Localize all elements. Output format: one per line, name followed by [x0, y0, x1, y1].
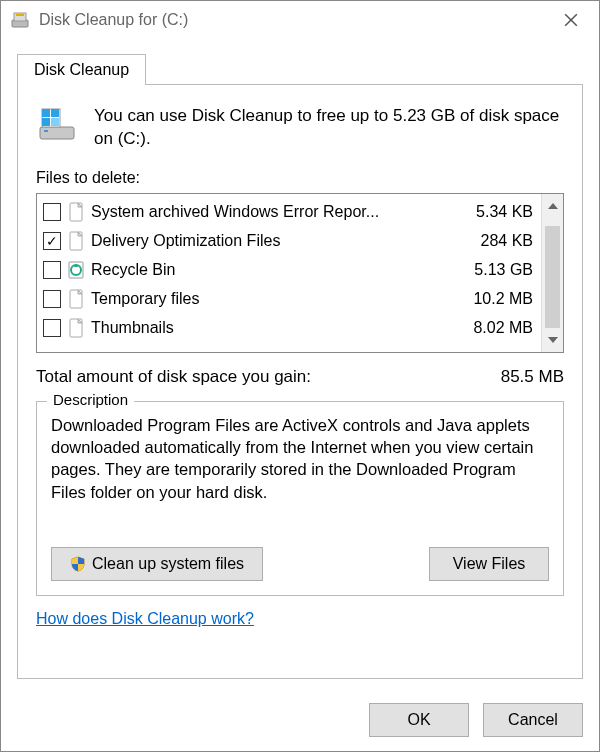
files-listbox: System archived Windows Error Repor...5.… — [36, 193, 564, 353]
cleanup-system-files-button[interactable]: Clean up system files — [51, 547, 263, 581]
file-icon — [67, 289, 85, 309]
tab-disk-cleanup[interactable]: Disk Cleanup — [17, 54, 146, 85]
cancel-button[interactable]: Cancel — [483, 703, 583, 737]
checkbox[interactable] — [43, 290, 61, 308]
disk-cleanup-icon — [11, 11, 29, 29]
svg-rect-8 — [42, 109, 50, 117]
list-item-label: Thumbnails — [91, 319, 443, 337]
files-list-items: System archived Windows Error Repor...5.… — [37, 194, 541, 352]
intro-row: You can use Disk Cleanup to free up to 5… — [36, 103, 564, 151]
list-item-label: Temporary files — [91, 290, 443, 308]
dialog-buttons: OK Cancel — [1, 693, 599, 751]
list-item[interactable]: Thumbnails8.02 MB — [43, 314, 533, 343]
help-link[interactable]: How does Disk Cleanup work? — [36, 610, 564, 628]
svg-rect-5 — [40, 127, 74, 139]
checkbox[interactable] — [43, 319, 61, 337]
file-icon — [67, 231, 85, 251]
cleanup-system-files-label: Clean up system files — [92, 555, 244, 573]
svg-rect-9 — [51, 109, 59, 117]
list-item-size: 5.34 KB — [443, 203, 533, 221]
scroll-up-button[interactable] — [542, 194, 563, 218]
ok-button[interactable]: OK — [369, 703, 469, 737]
file-icon — [67, 202, 85, 222]
checkbox[interactable] — [43, 203, 61, 221]
list-item[interactable]: System archived Windows Error Repor...5.… — [43, 198, 533, 227]
list-item[interactable]: Recycle Bin5.13 GB — [43, 256, 533, 285]
scroll-track[interactable] — [542, 218, 563, 328]
scrollbar[interactable] — [541, 194, 563, 352]
total-value: 85.5 MB — [501, 367, 564, 387]
description-text: Downloaded Program Files are ActiveX con… — [51, 414, 549, 503]
description-group: Description Downloaded Program Files are… — [36, 401, 564, 596]
disk-cleanup-window: Disk Cleanup for (C:) Disk Cleanup — [0, 0, 600, 752]
list-item-size: 5.13 GB — [443, 261, 533, 279]
shield-icon — [70, 556, 86, 572]
total-label: Total amount of disk space you gain: — [36, 367, 501, 387]
checkbox[interactable] — [43, 261, 61, 279]
description-buttons: Clean up system files View Files — [51, 547, 549, 581]
list-item-size: 284 KB — [443, 232, 533, 250]
cancel-label: Cancel — [508, 711, 558, 729]
svg-marker-24 — [548, 337, 558, 343]
recycle-bin-icon — [67, 260, 85, 280]
svg-marker-23 — [548, 203, 558, 209]
view-files-label: View Files — [453, 555, 526, 573]
svg-rect-6 — [44, 130, 48, 132]
disk-cleanup-panel: You can use Disk Cleanup to free up to 5… — [17, 85, 583, 679]
list-item-label: Delivery Optimization Files — [91, 232, 443, 250]
list-item-size: 10.2 MB — [443, 290, 533, 308]
tabs-header: Disk Cleanup — [17, 53, 583, 85]
checkbox[interactable]: ✓ — [43, 232, 61, 250]
window-title: Disk Cleanup for (C:) — [39, 11, 551, 29]
close-button[interactable] — [551, 5, 591, 35]
file-icon — [67, 318, 85, 338]
scroll-down-button[interactable] — [542, 328, 563, 352]
list-item-label: Recycle Bin — [91, 261, 443, 279]
list-item-label: System archived Windows Error Repor... — [91, 203, 443, 221]
ok-label: OK — [407, 711, 430, 729]
total-row: Total amount of disk space you gain: 85.… — [36, 367, 564, 387]
view-files-button[interactable]: View Files — [429, 547, 549, 581]
intro-text: You can use Disk Cleanup to free up to 5… — [94, 103, 564, 151]
list-item[interactable]: ✓Delivery Optimization Files284 KB — [43, 227, 533, 256]
svg-rect-10 — [42, 118, 50, 126]
scroll-thumb[interactable] — [545, 226, 560, 328]
description-legend: Description — [47, 391, 134, 408]
list-item-size: 8.02 MB — [443, 319, 533, 337]
window-body: Disk Cleanup You can use Disk Cleanup to… — [1, 39, 599, 693]
list-item[interactable]: Temporary files10.2 MB — [43, 285, 533, 314]
svg-rect-11 — [51, 118, 59, 126]
titlebar: Disk Cleanup for (C:) — [1, 1, 599, 39]
files-to-delete-label: Files to delete: — [36, 169, 564, 187]
drive-icon — [36, 103, 78, 145]
